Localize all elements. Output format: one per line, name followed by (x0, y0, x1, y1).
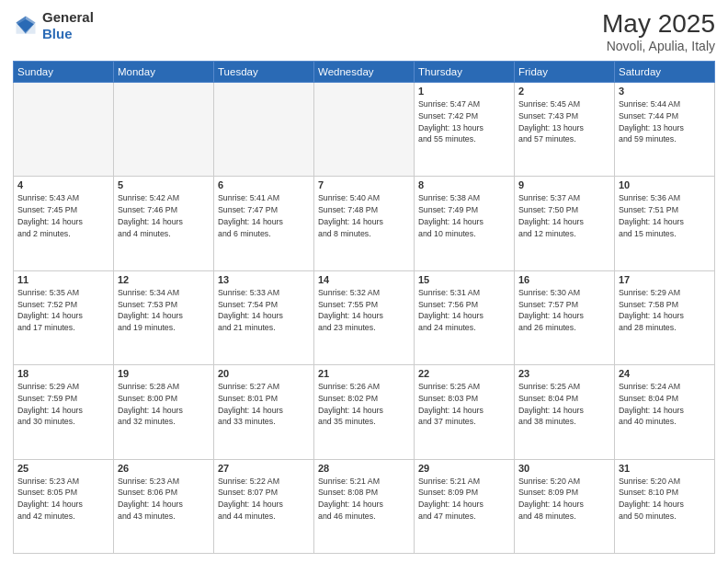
day-number: 31 (619, 463, 711, 474)
calendar-cell: 29Sunrise: 5:21 AMSunset: 8:09 PMDayligh… (415, 459, 515, 553)
calendar-cell: 8Sunrise: 5:38 AMSunset: 7:49 PMDaylight… (415, 177, 515, 270)
calendar-cell: 9Sunrise: 5:37 AMSunset: 7:50 PMDaylight… (515, 177, 615, 270)
title-block: May 2025 Novoli, Apulia, Italy (602, 9, 715, 53)
day-number: 17 (619, 274, 711, 285)
day-info: Sunrise: 5:32 AMSunset: 7:55 PMDaylight:… (318, 287, 410, 334)
day-number: 26 (118, 463, 210, 474)
calendar-cell: 14Sunrise: 5:32 AMSunset: 7:55 PMDayligh… (314, 270, 415, 364)
calendar-cell: 16Sunrise: 5:30 AMSunset: 7:57 PMDayligh… (515, 270, 615, 364)
calendar-cell: 2Sunrise: 5:45 AMSunset: 7:43 PMDaylight… (515, 83, 615, 177)
calendar-cell: 27Sunrise: 5:22 AMSunset: 8:07 PMDayligh… (214, 459, 314, 553)
calendar-cell: 10Sunrise: 5:36 AMSunset: 7:51 PMDayligh… (615, 177, 715, 270)
day-info: Sunrise: 5:22 AMSunset: 8:07 PMDaylight:… (218, 476, 310, 523)
day-info: Sunrise: 5:34 AMSunset: 7:53 PMDaylight:… (118, 287, 210, 334)
day-number: 15 (418, 274, 510, 285)
day-info: Sunrise: 5:33 AMSunset: 7:54 PMDaylight:… (218, 287, 310, 334)
calendar-week-row: 18Sunrise: 5:29 AMSunset: 7:59 PMDayligh… (14, 365, 715, 459)
calendar-cell: 20Sunrise: 5:27 AMSunset: 8:01 PMDayligh… (214, 365, 314, 459)
day-number: 1 (418, 86, 510, 97)
day-number: 5 (118, 179, 210, 190)
calendar-week-row: 4Sunrise: 5:43 AMSunset: 7:45 PMDaylight… (14, 177, 715, 270)
day-number: 9 (518, 179, 610, 190)
day-number: 8 (418, 179, 510, 190)
calendar-cell: 11Sunrise: 5:35 AMSunset: 7:52 PMDayligh… (14, 270, 114, 364)
day-info: Sunrise: 5:35 AMSunset: 7:52 PMDaylight:… (17, 287, 109, 334)
day-number: 20 (218, 368, 310, 379)
day-info: Sunrise: 5:45 AMSunset: 7:43 PMDaylight:… (518, 98, 610, 145)
day-number: 7 (318, 179, 410, 190)
calendar-cell: 5Sunrise: 5:42 AMSunset: 7:46 PMDaylight… (114, 177, 214, 270)
calendar-cell: 1Sunrise: 5:47 AMSunset: 7:42 PMDaylight… (415, 83, 515, 177)
logo-general: General (42, 9, 94, 26)
title-month: May 2025 (602, 9, 715, 39)
weekday-header: Friday (515, 62, 615, 83)
calendar-week-row: 1Sunrise: 5:47 AMSunset: 7:42 PMDaylight… (14, 83, 715, 177)
calendar-cell (114, 83, 214, 177)
calendar-cell: 19Sunrise: 5:28 AMSunset: 8:00 PMDayligh… (114, 365, 214, 459)
calendar-cell: 17Sunrise: 5:29 AMSunset: 7:58 PMDayligh… (615, 270, 715, 364)
day-number: 23 (518, 368, 610, 379)
day-info: Sunrise: 5:23 AMSunset: 8:05 PMDaylight:… (17, 476, 109, 523)
day-info: Sunrise: 5:38 AMSunset: 7:49 PMDaylight:… (418, 192, 510, 239)
day-info: Sunrise: 5:29 AMSunset: 7:59 PMDaylight:… (17, 381, 109, 428)
logo-icon (13, 13, 39, 39)
day-number: 30 (518, 463, 610, 474)
title-location: Novoli, Apulia, Italy (602, 39, 715, 53)
logo: General Blue (13, 9, 94, 42)
day-number: 24 (619, 368, 711, 379)
day-info: Sunrise: 5:28 AMSunset: 8:00 PMDaylight:… (118, 381, 210, 428)
calendar-week-row: 11Sunrise: 5:35 AMSunset: 7:52 PMDayligh… (14, 270, 715, 364)
logo-text: General Blue (42, 9, 94, 42)
calendar-cell: 3Sunrise: 5:44 AMSunset: 7:44 PMDaylight… (615, 83, 715, 177)
day-info: Sunrise: 5:27 AMSunset: 8:01 PMDaylight:… (218, 381, 310, 428)
logo-blue: Blue (42, 26, 94, 42)
day-number: 25 (17, 463, 109, 474)
day-info: Sunrise: 5:29 AMSunset: 7:58 PMDaylight:… (619, 287, 711, 334)
day-info: Sunrise: 5:43 AMSunset: 7:45 PMDaylight:… (17, 192, 109, 239)
day-number: 4 (17, 179, 109, 190)
day-number: 16 (518, 274, 610, 285)
weekday-header: Wednesday (314, 62, 415, 83)
day-info: Sunrise: 5:36 AMSunset: 7:51 PMDaylight:… (619, 192, 711, 239)
calendar-cell: 31Sunrise: 5:20 AMSunset: 8:10 PMDayligh… (615, 459, 715, 553)
day-info: Sunrise: 5:23 AMSunset: 8:06 PMDaylight:… (118, 476, 210, 523)
calendar-week-row: 25Sunrise: 5:23 AMSunset: 8:05 PMDayligh… (14, 459, 715, 553)
calendar-cell: 12Sunrise: 5:34 AMSunset: 7:53 PMDayligh… (114, 270, 214, 364)
calendar-cell: 26Sunrise: 5:23 AMSunset: 8:06 PMDayligh… (114, 459, 214, 553)
calendar-cell: 13Sunrise: 5:33 AMSunset: 7:54 PMDayligh… (214, 270, 314, 364)
calendar-cell (14, 83, 114, 177)
day-number: 6 (218, 179, 310, 190)
day-info: Sunrise: 5:20 AMSunset: 8:09 PMDaylight:… (518, 476, 610, 523)
weekday-header-row: SundayMondayTuesdayWednesdayThursdayFrid… (14, 62, 715, 83)
day-info: Sunrise: 5:25 AMSunset: 8:03 PMDaylight:… (418, 381, 510, 428)
day-number: 11 (17, 274, 109, 285)
day-info: Sunrise: 5:42 AMSunset: 7:46 PMDaylight:… (118, 192, 210, 239)
day-info: Sunrise: 5:44 AMSunset: 7:44 PMDaylight:… (619, 98, 711, 145)
calendar-cell: 28Sunrise: 5:21 AMSunset: 8:08 PMDayligh… (314, 459, 415, 553)
calendar-table: SundayMondayTuesdayWednesdayThursdayFrid… (13, 61, 715, 554)
page: General Blue May 2025 Novoli, Apulia, It… (0, 0, 728, 563)
day-number: 28 (318, 463, 410, 474)
calendar-cell: 18Sunrise: 5:29 AMSunset: 7:59 PMDayligh… (14, 365, 114, 459)
day-number: 22 (418, 368, 510, 379)
calendar-cell: 23Sunrise: 5:25 AMSunset: 8:04 PMDayligh… (515, 365, 615, 459)
day-number: 2 (518, 86, 610, 97)
header: General Blue May 2025 Novoli, Apulia, It… (13, 9, 715, 53)
day-number: 29 (418, 463, 510, 474)
calendar-cell: 22Sunrise: 5:25 AMSunset: 8:03 PMDayligh… (415, 365, 515, 459)
weekday-header: Sunday (14, 62, 114, 83)
calendar-cell: 25Sunrise: 5:23 AMSunset: 8:05 PMDayligh… (14, 459, 114, 553)
calendar-cell (214, 83, 314, 177)
calendar-cell: 4Sunrise: 5:43 AMSunset: 7:45 PMDaylight… (14, 177, 114, 270)
weekday-header: Monday (114, 62, 214, 83)
day-info: Sunrise: 5:25 AMSunset: 8:04 PMDaylight:… (518, 381, 610, 428)
day-info: Sunrise: 5:26 AMSunset: 8:02 PMDaylight:… (318, 381, 410, 428)
day-info: Sunrise: 5:47 AMSunset: 7:42 PMDaylight:… (418, 98, 510, 145)
calendar-cell: 24Sunrise: 5:24 AMSunset: 8:04 PMDayligh… (615, 365, 715, 459)
day-number: 19 (118, 368, 210, 379)
calendar-cell: 30Sunrise: 5:20 AMSunset: 8:09 PMDayligh… (515, 459, 615, 553)
day-info: Sunrise: 5:41 AMSunset: 7:47 PMDaylight:… (218, 192, 310, 239)
calendar-cell (314, 83, 415, 177)
day-info: Sunrise: 5:24 AMSunset: 8:04 PMDaylight:… (619, 381, 711, 428)
calendar-cell: 21Sunrise: 5:26 AMSunset: 8:02 PMDayligh… (314, 365, 415, 459)
